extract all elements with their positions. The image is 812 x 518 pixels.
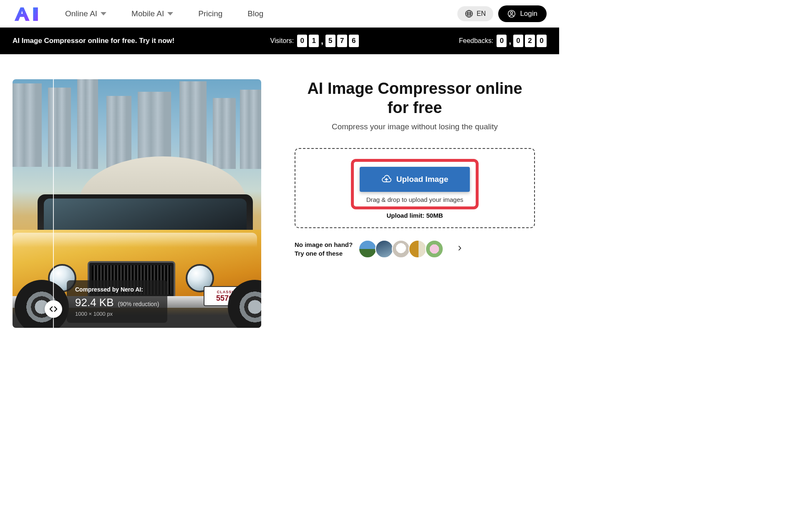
sample-thumb-1[interactable] — [358, 240, 377, 258]
counter-digit: 7 — [337, 35, 347, 47]
counter-digit: 0 — [513, 35, 523, 47]
chevron-down-icon — [167, 12, 173, 15]
nav-label: Online AI — [65, 9, 97, 18]
info-title: Compressed by Nero AI: — [75, 286, 159, 293]
comparison-slider-line — [53, 79, 54, 328]
counter-comma: , — [508, 36, 512, 46]
counter-comma: , — [320, 36, 324, 46]
counter-digit: 0 — [537, 35, 547, 47]
login-label: Login — [520, 10, 537, 18]
top-nav: Online AI Mobile AI Pricing Blog EN — [0, 0, 559, 28]
upload-dropzone[interactable]: Upload Image Drag & drop to upload your … — [295, 148, 535, 228]
nav-right: EN Login — [457, 5, 547, 22]
sample-thumb-2[interactable] — [375, 240, 393, 258]
lang-code: EN — [477, 10, 486, 18]
main-content: CLASSIC 55760 Compressed by Nero AI: 92.… — [0, 54, 559, 353]
counter-digit: 6 — [349, 35, 359, 47]
svg-point-5 — [511, 12, 513, 14]
hero-subtitle: Compress your image without losing the q… — [295, 122, 535, 131]
nav-label: Mobile AI — [131, 9, 164, 18]
banner-tagline: AI Image Compressor online for free. Try… — [13, 37, 174, 45]
samples-prompt: No image on hand? Try one of these — [295, 240, 353, 258]
sample-thumb-3[interactable] — [392, 240, 410, 258]
counter-digit: 0 — [497, 35, 507, 47]
upload-highlight: Upload Image Drag & drop to upload your … — [351, 159, 479, 209]
cloud-upload-icon — [381, 174, 391, 184]
drag-hint: Drag & drop to upload your images — [366, 196, 464, 203]
ai-logo-icon — [13, 6, 44, 22]
chevron-down-icon — [101, 12, 106, 15]
info-dimensions: 1000 × 1000 px — [75, 311, 159, 317]
nav-online-ai[interactable]: Online AI — [65, 9, 106, 18]
counter-digit: 1 — [309, 35, 319, 47]
svg-rect-0 — [33, 8, 38, 21]
upload-panel: AI Image Compressor online for free Comp… — [295, 79, 535, 258]
visitors-label: Visitors: — [270, 37, 294, 45]
login-button[interactable]: Login — [498, 5, 547, 22]
chevron-right-icon — [457, 245, 463, 251]
info-reduction: (90% reduction) — [118, 301, 159, 307]
counter-digit: 0 — [297, 35, 307, 47]
visitors-counter: Visitors: 01,576 — [270, 35, 359, 47]
nav-links: Online AI Mobile AI Pricing Blog — [65, 9, 263, 18]
user-icon — [507, 10, 516, 18]
info-size: 92.4 KB — [75, 296, 114, 309]
upload-limit: Upload limit: 50MB — [386, 212, 443, 219]
sample-thumbnails — [360, 240, 444, 258]
feedbacks-label: Feedbacks: — [459, 37, 494, 45]
slider-arrows-icon — [49, 304, 58, 314]
nav-blog[interactable]: Blog — [247, 9, 263, 18]
samples-row: No image on hand? Try one of these — [295, 240, 535, 258]
hero-title: AI Image Compressor online for free — [295, 79, 535, 117]
upload-button-label: Upload Image — [396, 175, 449, 184]
samples-next-button[interactable] — [457, 245, 463, 253]
globe-icon — [465, 10, 473, 18]
nav-mobile-ai[interactable]: Mobile AI — [131, 9, 173, 18]
nav-pricing[interactable]: Pricing — [198, 9, 222, 18]
feedbacks-counter: Feedbacks: 0,020 — [459, 35, 547, 47]
comparison-slider-handle[interactable] — [45, 300, 62, 318]
comparison-preview: CLASSIC 55760 Compressed by Nero AI: 92.… — [13, 79, 261, 328]
nav-label: Blog — [247, 9, 263, 18]
stats-banner: AI Image Compressor online for free. Try… — [0, 28, 559, 54]
language-selector[interactable]: EN — [457, 6, 493, 21]
nav-label: Pricing — [198, 9, 222, 18]
compression-info-card: Compressed by Nero AI: 92.4 KB (90% redu… — [67, 280, 167, 323]
sample-thumb-4[interactable] — [409, 240, 427, 258]
counter-digit: 2 — [525, 35, 535, 47]
sample-thumb-5[interactable] — [425, 240, 444, 258]
logo[interactable] — [13, 6, 44, 22]
counter-digit: 5 — [325, 35, 335, 47]
upload-button[interactable]: Upload Image — [360, 167, 470, 192]
